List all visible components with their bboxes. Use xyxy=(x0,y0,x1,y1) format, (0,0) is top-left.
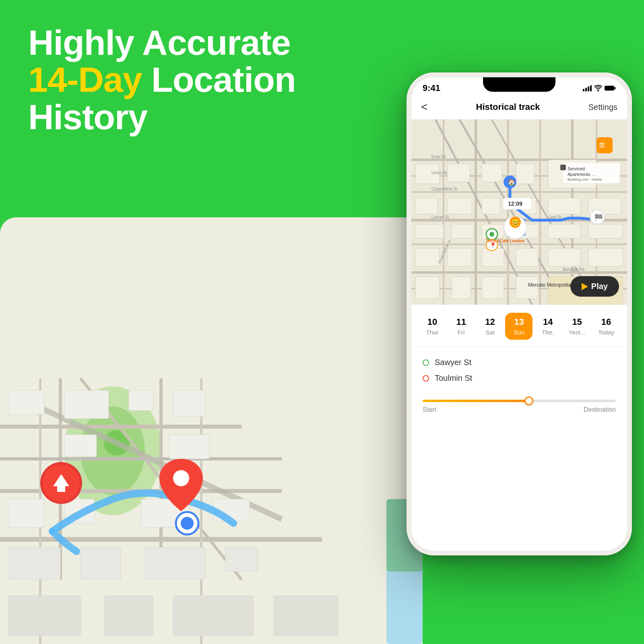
date-label-11: Fri xyxy=(458,329,465,336)
svg-rect-87 xyxy=(415,277,440,299)
headline-line1: Highly Accurate xyxy=(28,24,296,61)
svg-text:Terry's Cafe Loudon: Terry's Cafe Loudon xyxy=(486,239,524,243)
svg-rect-0 xyxy=(0,217,423,644)
svg-rect-16 xyxy=(129,390,153,411)
svg-rect-30 xyxy=(173,596,254,636)
svg-rect-81 xyxy=(415,248,440,266)
svg-rect-88 xyxy=(452,277,471,299)
date-label-16: Today xyxy=(598,329,614,336)
battery-icon xyxy=(605,85,616,91)
svg-rect-70 xyxy=(448,198,472,214)
svg-text:Lant St: Lant St xyxy=(548,215,561,219)
svg-text:Borough Rd: Borough Rd xyxy=(563,267,584,272)
svg-rect-85 xyxy=(548,248,580,266)
play-button[interactable]: Play xyxy=(570,276,619,297)
svg-rect-80 xyxy=(588,224,623,238)
svg-rect-24 xyxy=(8,547,60,580)
svg-text:Apartments ...: Apartments ... xyxy=(568,172,595,177)
svg-rect-40 xyxy=(583,89,584,91)
svg-rect-27 xyxy=(225,547,258,572)
svg-rect-28 xyxy=(8,596,80,636)
date-selector: 10 Thur 11 Fri 12 Sat 13 Sun xyxy=(411,305,627,347)
route-end-label: Toulmin St xyxy=(435,374,472,383)
phone-notch xyxy=(483,77,555,92)
timeline-start-label: Start xyxy=(423,406,436,413)
svg-text:Copperfield St: Copperfield St xyxy=(431,187,457,191)
svg-rect-46 xyxy=(615,87,616,89)
svg-text:Mercato Metropolitano: Mercato Metropolitano xyxy=(528,282,576,288)
phone-outer: 9:41 xyxy=(407,72,632,555)
date-item-16[interactable]: 16 Today xyxy=(592,313,620,340)
date-label-10: Thur xyxy=(426,329,438,336)
headline-line2: 14-Day Location xyxy=(28,61,296,98)
svg-rect-20 xyxy=(8,499,44,527)
svg-rect-66 xyxy=(482,164,502,182)
nav-back-button[interactable]: < xyxy=(421,101,427,114)
phone-map: Ewer St Union St Copperfield St Loman St… xyxy=(411,120,627,305)
svg-text:Loman St: Loman St xyxy=(431,215,449,219)
route-start-point: Sawyer St xyxy=(423,355,616,370)
headline-area: Highly Accurate 14-Day Location History xyxy=(28,24,296,136)
date-label-12: Sat xyxy=(485,329,495,336)
date-num-13: 13 xyxy=(514,317,524,327)
timeline-end-label: Destination xyxy=(584,406,616,413)
status-time: 9:41 xyxy=(423,83,440,93)
date-label-14: The. xyxy=(542,329,554,336)
nav-title: Historical track xyxy=(476,102,540,112)
date-item-10[interactable]: 10 Thur xyxy=(419,313,446,340)
svg-text:Union St: Union St xyxy=(431,171,447,175)
play-label: Play xyxy=(591,282,608,291)
date-num-11: 11 xyxy=(456,317,466,327)
svg-rect-17 xyxy=(173,390,205,417)
svg-rect-26 xyxy=(145,547,205,580)
svg-rect-25 xyxy=(80,547,121,580)
date-label-13: Sun xyxy=(514,329,524,336)
date-num-14: 14 xyxy=(543,317,553,327)
svg-text:12:09: 12:09 xyxy=(508,200,522,207)
svg-rect-79 xyxy=(548,224,580,238)
timeline-labels: Start Destination xyxy=(423,406,616,413)
route-info: Sawyer St Toulmin St xyxy=(411,347,627,394)
date-item-11[interactable]: 11 Fri xyxy=(448,313,475,340)
timeline-fill xyxy=(423,400,529,402)
route-end-point: Toulmin St xyxy=(423,370,616,386)
nav-bar: < Historical track Settings xyxy=(411,97,627,120)
wifi-icon xyxy=(594,85,602,91)
svg-rect-18 xyxy=(64,435,97,457)
svg-text:Booking.com - Hotels: Booking.com - Hotels xyxy=(568,178,602,182)
svg-rect-29 xyxy=(105,596,153,636)
date-item-12[interactable]: 12 Sat xyxy=(477,313,504,340)
signal-icon xyxy=(583,85,592,91)
svg-rect-45 xyxy=(605,86,614,91)
svg-point-107 xyxy=(489,232,494,237)
date-num-12: 12 xyxy=(485,317,495,327)
phone-mockup: 9:41 xyxy=(407,72,632,596)
svg-rect-67 xyxy=(516,164,534,184)
svg-text:Serviced: Serviced xyxy=(568,166,585,171)
headline-line3: History xyxy=(28,99,296,136)
timeline-thumb[interactable] xyxy=(524,396,533,405)
headline-14day: 14-Day xyxy=(28,60,142,99)
svg-rect-71 xyxy=(482,198,500,214)
nav-settings-button[interactable]: Settings xyxy=(588,103,617,112)
svg-point-37 xyxy=(173,470,189,486)
svg-text:≡: ≡ xyxy=(599,139,605,151)
date-item-15[interactable]: 15 Yest... xyxy=(563,313,591,340)
date-num-15: 15 xyxy=(572,317,582,327)
phone-inner: 9:41 xyxy=(411,77,627,551)
svg-rect-117 xyxy=(560,165,566,170)
svg-rect-69 xyxy=(415,198,438,214)
svg-text:📍: 📍 xyxy=(489,242,497,249)
svg-rect-14 xyxy=(8,390,44,415)
svg-text:🏁: 🏁 xyxy=(594,213,603,222)
svg-rect-73 xyxy=(548,198,580,214)
timeline-area: Start Destination xyxy=(411,394,627,417)
svg-rect-31 xyxy=(274,596,338,636)
timeline-track[interactable] xyxy=(423,400,616,402)
date-item-14[interactable]: 14 The. xyxy=(534,313,561,340)
large-map xyxy=(0,217,423,644)
svg-text:Ewer St: Ewer St xyxy=(431,155,446,159)
svg-rect-42 xyxy=(588,87,589,91)
date-item-13[interactable]: 13 Sun xyxy=(505,313,533,340)
svg-rect-15 xyxy=(64,390,109,419)
